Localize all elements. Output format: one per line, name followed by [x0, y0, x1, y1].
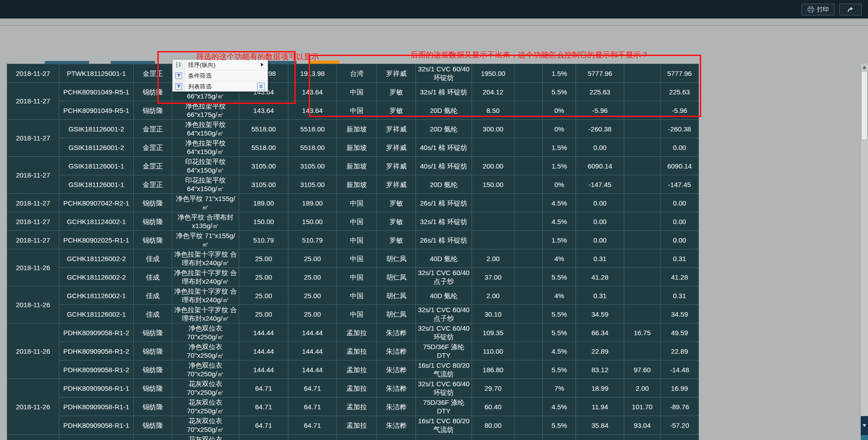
cell: 144.44 — [288, 360, 337, 379]
cell: 朱洁桦 — [377, 416, 416, 435]
table-row[interactable]: PDHK80909058-R1-1锦纺隆花灰双位衣 70"x250g/㎡64.7… — [7, 435, 699, 440]
double-chevron-down-icon — [259, 84, 264, 89]
cell-date: 2018-11-27 — [7, 194, 59, 212]
table-row[interactable]: 2018-11-26GCHK181126002-1佳成净色拉架十字罗纹 合 理布… — [7, 286, 699, 305]
cell: 144.44 — [239, 342, 288, 360]
cell: 锦纺隆 — [134, 342, 172, 360]
cell: 16s/1 CVC 80/20 气流纺 — [416, 416, 472, 435]
table-row[interactable]: 2018-11-27PCHK80902025-R1-1锦纺隆净色平纹 71"x1… — [7, 231, 699, 249]
table-row[interactable]: GCHK181126002-1佳成净色拉架十字罗纹 合 理布封x240g/㎡25… — [7, 305, 699, 323]
cell: 32s/1 CVC 60/40 环锭纺 — [416, 323, 472, 342]
cell: -260.38 — [576, 120, 624, 138]
cell: 60.40 — [472, 398, 514, 416]
cell: 3105.00 — [288, 175, 337, 194]
cell: 66.34 — [576, 323, 624, 342]
cell: 25.00 — [288, 305, 337, 323]
cell — [514, 305, 543, 323]
cell — [660, 435, 699, 440]
cell — [416, 435, 472, 440]
table-row[interactable]: 2018-11-27GCHK181124002-1锦纺隆净色平纹 合理布封 x1… — [7, 212, 699, 231]
cell-date: 2018-11-27 — [7, 120, 59, 157]
cell: 64.71 — [288, 379, 337, 398]
scroll-up-button[interactable] — [861, 64, 868, 71]
menu-item-list-filter[interactable]: 列表筛选 — [173, 81, 268, 92]
cell: 30.10 — [472, 305, 514, 323]
menu-item-condition-filter[interactable]: 条件筛选 — [173, 70, 268, 81]
cell: 25.00 — [239, 249, 288, 268]
cell: 143.64 — [288, 83, 337, 101]
cell: 台湾 — [337, 64, 377, 83]
cell: 胡仁凤 — [377, 268, 416, 286]
cell: 40D 氨纶 — [416, 286, 472, 305]
table-row[interactable]: PDHK80909058-R1-1锦纺隆花灰双位衣 70"x250g/㎡64.7… — [7, 398, 699, 416]
cell-date: 2018-11-26 — [7, 379, 59, 435]
cell — [624, 120, 660, 138]
expand-more-button[interactable] — [257, 83, 265, 90]
cell: 0.31 — [576, 286, 624, 305]
table-row[interactable]: 2018-11-27PTWK181125001-1金罡正1913.981913.… — [7, 64, 699, 83]
table-row[interactable]: GSIK181126001-2金罡正净色拉架平纹 64"x150g/㎡5518.… — [7, 138, 699, 157]
cell — [624, 286, 660, 305]
cell: 净色平纹 合理布封 x135g/㎡ — [172, 212, 239, 231]
cell — [514, 360, 543, 379]
cell: 20D 氨纶 — [416, 175, 472, 194]
table-row[interactable]: GSIK181126001-1金罡正印花拉架平纹 64"x150g/㎡3105.… — [7, 175, 699, 194]
cell: 37.00 — [472, 268, 514, 286]
annotation-note-right: 后面的这些数据又显示不出来，这个功能怎么控制它的显示和不显示？ — [410, 50, 649, 60]
cell: 孟加拉 — [337, 360, 377, 379]
cell — [543, 435, 576, 440]
cell — [514, 379, 543, 398]
cell: 净色平纹 71"x155g/ ㎡ — [172, 231, 239, 249]
cell: 中国 — [337, 231, 377, 249]
cell: 40s/1 棉 环锭纺 — [416, 138, 472, 157]
cell: 佳成 — [134, 286, 172, 305]
vertical-scrollbar[interactable] — [860, 64, 868, 440]
cell: 净色拉架十字罗纹 合 理布封x240g/㎡ — [172, 268, 239, 286]
cell: 1.5% — [543, 231, 576, 249]
cell: 新加坡 — [337, 120, 377, 138]
cell: 22.89 — [576, 342, 624, 360]
table-row[interactable]: 2018-11-26PDHK80909058-R1-2锦纺隆净色双位衣 70"x… — [7, 323, 699, 342]
table-row[interactable]: 2018-11-26PDHK80909058-R1-1锦纺隆花灰双位衣 70"x… — [7, 379, 699, 398]
cell — [514, 138, 543, 157]
cell: PDHK80909058-R1-2 — [59, 342, 134, 360]
table-row[interactable]: PCHK80901049-R5-1锦纺隆净色拉架平纹 66"x175g/㎡143… — [7, 101, 699, 120]
cell: 锦纺隆 — [134, 398, 172, 416]
table-row[interactable]: 2018-11-27GSIK181126001-1金罡正印花拉架平纹 64"x1… — [7, 157, 699, 175]
cell: 150.00 — [288, 212, 337, 231]
table-row[interactable]: 2018-11-27PCHK80907042-R2-1锦纺隆净色平纹 71"x1… — [7, 194, 699, 212]
cell-date: 2018-11-26 — [7, 249, 59, 286]
table-row[interactable]: PDHK80909058-R1-2锦纺隆净色双位衣 70"x250g/㎡144.… — [7, 342, 699, 360]
cell: 34.59 — [660, 305, 699, 323]
cell: 中国 — [337, 286, 377, 305]
menu-item-label: 排序(纵向) — [188, 61, 216, 69]
table-row[interactable]: 2018-11-27GSIK181126001-2金罡正净色拉架平纹 64"x1… — [7, 120, 699, 138]
cell: 1950.00 — [472, 64, 514, 83]
table-row[interactable]: PDHK80909058-R1-2锦纺隆净色双位衣 70"x250g/㎡144.… — [7, 360, 699, 379]
cell: PTWK181125001-1 — [59, 64, 134, 83]
arrow-down-icon — [863, 424, 866, 427]
print-button[interactable]: 打印 — [802, 4, 835, 15]
cell: 26s/1 棉 环锭纺 — [416, 194, 472, 212]
cell: 罗敏 — [377, 101, 416, 120]
cell: 150.00 — [472, 175, 514, 194]
scroll-down-button[interactable] — [861, 416, 868, 435]
cell — [514, 175, 543, 194]
cell: 花灰双位衣 70"x250g/㎡ — [172, 398, 239, 416]
scrollbar-thumb[interactable] — [861, 71, 868, 140]
cell: 胡仁凤 — [377, 305, 416, 323]
cell: 罗敏 — [377, 231, 416, 249]
table-row[interactable]: 2018-11-26GCHK181126002-2佳成净色拉架十字罗纹 合 理布… — [7, 249, 699, 268]
cell — [514, 231, 543, 249]
table-row[interactable]: GCHK181126002-2佳成净色拉架十字罗纹 合 理布封x240g/㎡25… — [7, 268, 699, 286]
table-row[interactable]: 2018-11-27PCHK80901049-R5-1锦纺隆净色拉架平纹 66"… — [7, 83, 699, 101]
cell — [514, 398, 543, 416]
cell: 11.94 — [576, 398, 624, 416]
cell: 189.00 — [288, 194, 337, 212]
cell: 0.00 — [660, 231, 699, 249]
table-row[interactable]: PDHK80909058-R1-1锦纺隆花灰双位衣 70"x250g/㎡64.7… — [7, 416, 699, 435]
cell: 锦纺隆 — [134, 83, 172, 101]
export-button[interactable] — [839, 4, 862, 15]
cell: 金罡正 — [134, 64, 172, 83]
cell: 4% — [543, 249, 576, 268]
